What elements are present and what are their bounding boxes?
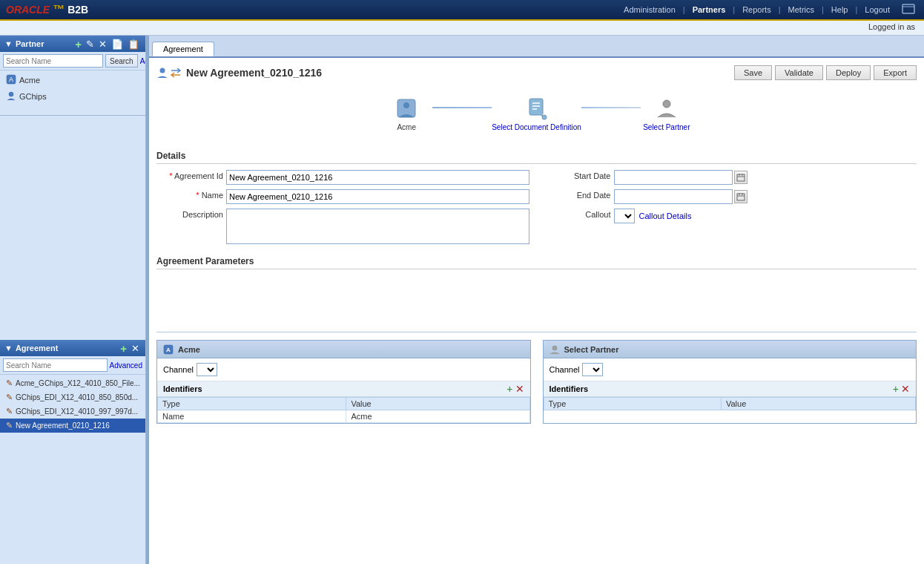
start-date-row: Start Date	[544, 170, 917, 185]
partner-item-acme[interactable]: A Acme	[0, 72, 145, 88]
partner-channel-select[interactable]	[582, 363, 603, 376]
title-icons	[156, 67, 182, 79]
action-buttons: Save Validate Deploy Export	[734, 65, 917, 80]
agreement-item-3[interactable]: ✎ New Agreement_0210_1216	[0, 419, 145, 433]
title-exchange-icon	[170, 67, 182, 79]
logo-separator: ™	[53, 3, 65, 16]
end-date-calendar-icon[interactable]	[734, 190, 748, 203]
top-nav: ORACLE ™ B2B Administration | Partners |…	[0, 0, 924, 21]
svg-rect-0	[902, 4, 914, 13]
agreement-section-actions: + ✕	[119, 342, 141, 355]
partner-advanced-link[interactable]: Advanc...	[140, 57, 146, 65]
callout-select[interactable]	[614, 209, 635, 223]
workflow-connector-1	[432, 107, 492, 108]
partner-acme-label: Acme	[19, 76, 40, 85]
partner-remove-identifier-button[interactable]: ✕	[901, 384, 910, 394]
acme-channel-select[interactable]	[197, 363, 217, 376]
acme-panel: A Acme Channel Identifiers +	[156, 340, 531, 424]
partner-search-button[interactable]: Search	[105, 54, 138, 68]
pencil-icon-3: ✎	[6, 421, 13, 430]
partner-section-title: ▼ Partner	[4, 39, 44, 48]
partner-add-identifier-button[interactable]: +	[893, 384, 899, 394]
agreement-delete-icon[interactable]: ✕	[130, 343, 141, 354]
agreement-item-label-1: GChips_EDI_X12_4010_850_850d...	[16, 393, 138, 401]
save-button[interactable]: Save	[734, 65, 772, 80]
nav-logout[interactable]: Logout	[862, 4, 893, 16]
validate-button[interactable]: Validate	[775, 65, 823, 80]
partner-channel-label: Channel	[550, 365, 580, 374]
agreement-collapse-icon[interactable]: ▼	[4, 344, 13, 352]
pencil-icon-0: ✎	[6, 378, 13, 388]
deploy-button[interactable]: Deploy	[826, 65, 871, 80]
start-date-input[interactable]	[614, 170, 733, 185]
partner-icon2[interactable]: 📋	[126, 39, 141, 50]
agreement-item-label-0: Acme_GChips_X12_4010_850_File...	[16, 379, 140, 387]
details-section: Details Agreement Id Name Descri	[156, 151, 917, 244]
description-input[interactable]	[226, 209, 529, 244]
partner-collapse-icon[interactable]: ▼	[4, 39, 13, 48]
partner-channel-row: Channel	[544, 358, 917, 381]
partner-item-gchips[interactable]: GChips	[0, 88, 145, 105]
nav-help[interactable]: Help	[828, 4, 851, 16]
partner-delete-icon[interactable]: ✕	[97, 39, 108, 50]
acme-identifier-type-0: Name	[158, 410, 346, 423]
agreement-item-label-2: GChips_EDI_X12_4010_997_997d...	[16, 407, 138, 416]
callout-details-link[interactable]: Callout Details	[639, 212, 692, 220]
agreement-advanced-link[interactable]: Advanced	[110, 361, 142, 370]
tab-agreement[interactable]: Agreement	[152, 42, 214, 56]
nav-partners[interactable]: Partners	[690, 4, 729, 16]
acme-channel-label: Channel	[163, 365, 194, 374]
workflow-step-doc-icon	[525, 96, 549, 120]
params-content	[156, 275, 917, 320]
workflow-step-doc-label[interactable]: Select Document Definition	[492, 123, 581, 131]
partner-add-icon[interactable]: +	[73, 38, 83, 50]
agreement-add-icon[interactable]: +	[119, 342, 128, 355]
acme-identifier-row-0[interactable]: Name Acme	[158, 410, 530, 423]
agreement-item-2[interactable]: ✎ GChips_EDI_X12_4010_997_997d...	[0, 404, 145, 419]
acme-identifier-value-0: Acme	[346, 410, 529, 423]
params-section-header: Agreement Parameters	[156, 256, 917, 269]
start-date-calendar-icon[interactable]	[734, 171, 748, 184]
workflow-step-partner-icon	[655, 96, 679, 120]
agreement-item-label-3: New Agreement_0210_1216	[16, 422, 110, 430]
svg-text:A: A	[9, 76, 13, 83]
logged-in-label: Logged in as	[868, 22, 915, 31]
agreement-item-1[interactable]: ✎ GChips_EDI_X12_4010_850_850d...	[0, 390, 145, 404]
nav-administration[interactable]: Administration	[621, 4, 679, 16]
partner-col-value: Value	[721, 398, 915, 410]
agreement-parameters-section: Agreement Parameters	[156, 256, 917, 320]
acme-remove-identifier-button[interactable]: ✕	[515, 384, 524, 394]
name-input[interactable]	[226, 189, 529, 204]
description-row: Description	[156, 209, 529, 244]
nav-reports[interactable]: Reports	[739, 4, 774, 16]
acme-col-value: Value	[346, 398, 529, 410]
main-content: New Agreement_0210_1216 Save Validate De…	[149, 58, 924, 564]
partner-section-actions: + ✎ ✕ 📄 📋	[73, 38, 141, 50]
partner-section: ▼ Partner + ✎ ✕ 📄 📋 Search Advanc...	[0, 36, 145, 116]
start-date-label: Start Date	[544, 170, 611, 180]
acme-add-identifier-button[interactable]: +	[506, 384, 512, 394]
acme-panel-header: A Acme	[157, 341, 530, 358]
agreement-id-input[interactable]	[226, 170, 529, 185]
partner-icon1[interactable]: 📄	[110, 39, 125, 50]
nav-metrics[interactable]: Metrics	[785, 4, 817, 16]
logged-in-bar: Logged in as	[0, 21, 924, 36]
partner-title-label: Partner	[16, 39, 44, 48]
partner-list: A Acme GChips	[0, 70, 145, 115]
partner-search-input[interactable]	[3, 54, 103, 68]
name-label: Name	[156, 189, 223, 200]
partner-edit-icon[interactable]: ✎	[85, 39, 96, 50]
agreement-item-0[interactable]: ✎ Acme_GChips_X12_4010_850_File...	[0, 376, 145, 390]
svg-rect-8	[529, 99, 543, 115]
export-button[interactable]: Export	[874, 65, 917, 80]
section-divider	[156, 332, 917, 332]
agreement-search-input[interactable]	[3, 358, 108, 372]
description-label: Description	[156, 209, 223, 219]
callout-row: Callout Callout Details	[544, 209, 917, 223]
end-date-input[interactable]	[614, 189, 733, 204]
acme-panel-title: Acme	[178, 345, 200, 354]
workflow-step-partner-label[interactable]: Select Partner	[643, 123, 690, 131]
partner-identifiers-actions: + ✕	[893, 384, 910, 394]
partner-identifiers-header: Identifiers + ✕	[544, 381, 917, 397]
workflow-step-acme-icon	[395, 96, 418, 120]
